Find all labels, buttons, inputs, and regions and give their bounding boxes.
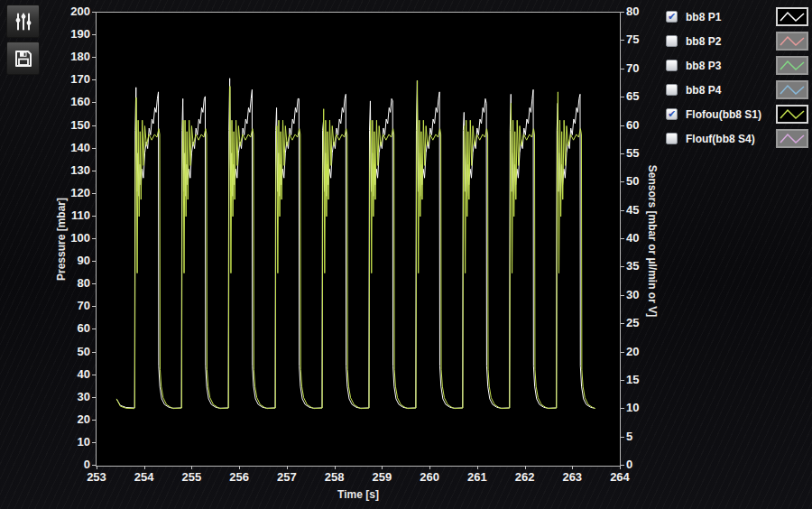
- left-axis-tick-label: 40: [49, 367, 90, 382]
- left-axis-tick-mark: [92, 34, 96, 35]
- checkbox-checked[interactable]: ✔: [666, 11, 678, 23]
- left-axis-tick-label: 60: [49, 321, 90, 336]
- left-axis-tick-label: 70: [49, 299, 90, 313]
- left-axis-tick-label: 160: [49, 95, 90, 109]
- legend-line-glyph: [780, 61, 804, 69]
- right-axis-tick-mark: [621, 238, 624, 239]
- legend-line-preview[interactable]: [776, 80, 808, 99]
- checkbox-unchecked[interactable]: [666, 60, 678, 71]
- save-button[interactable]: [6, 42, 40, 75]
- left-axis-tick-mark: [92, 442, 96, 443]
- right-axis-tick-mark: [621, 380, 624, 381]
- right-axis-tick-mark: [621, 323, 624, 324]
- legend-item[interactable]: ✔bb8 P1: [664, 5, 809, 29]
- legend-label: bb8 P2: [686, 35, 776, 48]
- right-axis-tick-mark: [621, 125, 624, 126]
- x-axis-tick-label: 260: [410, 470, 449, 485]
- legend-item[interactable]: bb8 P2: [664, 29, 809, 53]
- left-axis-tick-label: 200: [49, 5, 90, 19]
- right-axis-tick-label: 75: [626, 32, 657, 47]
- right-axis-tick-mark: [621, 437, 624, 438]
- left-axis-tick-label: 120: [49, 186, 90, 200]
- x-axis-tick-mark: [239, 466, 240, 469]
- left-axis-tick-label: 110: [49, 208, 90, 223]
- right-axis-tick-label: 70: [626, 61, 657, 76]
- plot-area[interactable]: [96, 12, 621, 467]
- left-axis-tick-mark: [92, 397, 96, 398]
- left-axis-tick-label: 20: [49, 412, 90, 427]
- left-axis-tick-mark: [92, 102, 96, 103]
- x-axis-tick-label: 262: [505, 470, 545, 485]
- left-axis-tick-mark: [92, 420, 96, 421]
- legend-line-preview[interactable]: [776, 32, 808, 51]
- x-axis-tick-mark: [525, 466, 526, 469]
- legend-label: Flofou(bb8 S1): [686, 108, 776, 121]
- checkbox-unchecked[interactable]: [666, 133, 678, 144]
- app-window: Pressure [mbar] Sensors [mbar or µl/min …: [0, 0, 812, 509]
- right-axis-tick-mark: [621, 266, 624, 267]
- x-axis-tick-label: 255: [171, 470, 211, 485]
- left-axis-tick-mark: [92, 238, 96, 239]
- x-axis-tick-label: 258: [315, 470, 355, 485]
- x-axis-title: Time [s]: [337, 488, 379, 501]
- left-axis-tick-label: 80: [49, 276, 90, 291]
- x-axis-tick-label: 259: [362, 470, 401, 485]
- legend-label: bb8 P3: [686, 60, 776, 72]
- right-axis-tick-mark: [621, 295, 624, 296]
- x-axis-tick-mark: [97, 466, 97, 469]
- left-axis-tick-label: 150: [49, 118, 90, 133]
- left-axis-tick-mark: [92, 12, 96, 13]
- x-axis-tick-label: 261: [457, 470, 497, 485]
- left-axis-tick-label: 170: [49, 72, 90, 87]
- legend-label: bb8 P4: [686, 84, 776, 97]
- right-axis-tick-mark: [621, 12, 624, 13]
- x-axis-tick-label: 264: [600, 470, 640, 485]
- left-axis-tick-label: 50: [49, 345, 90, 359]
- left-axis-tick-label: 90: [49, 254, 90, 268]
- left-axis-tick-mark: [92, 148, 96, 149]
- legend-item[interactable]: Flouf(bb8 S4): [664, 126, 809, 151]
- checkbox-unchecked[interactable]: [666, 35, 678, 47]
- right-axis-tick-mark: [621, 40, 624, 41]
- settings-button[interactable]: [6, 5, 40, 38]
- right-axis-tick-mark: [621, 97, 624, 97]
- left-axis-tick-mark: [92, 352, 96, 353]
- left-axis-tick-mark: [92, 465, 96, 466]
- checkbox-checked[interactable]: ✔: [666, 108, 678, 120]
- legend-line-glyph: [780, 37, 804, 45]
- left-axis-tick-mark: [92, 329, 96, 329]
- left-axis-tick-mark: [92, 375, 96, 375]
- x-axis-tick-mark: [477, 466, 478, 469]
- x-axis-tick-label: 257: [267, 470, 307, 485]
- legend-item[interactable]: ✔Flofou(bb8 S1): [664, 102, 809, 126]
- right-axis-tick-mark: [621, 153, 624, 154]
- checkbox-unchecked[interactable]: [666, 84, 678, 96]
- legend-item[interactable]: bb8 P4: [664, 78, 809, 102]
- x-axis-tick-mark: [382, 466, 383, 469]
- legend-line-preview[interactable]: [776, 56, 808, 75]
- left-axis-tick-mark: [92, 171, 96, 171]
- right-axis-tick-label: 20: [626, 345, 657, 359]
- left-axis-tick-label: 10: [49, 435, 90, 449]
- right-axis-tick-mark: [621, 181, 624, 182]
- right-axis-tick-label: 65: [626, 89, 657, 104]
- x-axis-tick-label: 256: [219, 470, 259, 485]
- right-axis-tick-mark: [621, 408, 624, 409]
- x-axis-tick-mark: [144, 466, 145, 469]
- save-icon: [13, 48, 34, 69]
- left-axis-tick-mark: [92, 79, 96, 80]
- x-axis-tick-mark: [191, 466, 192, 469]
- right-axis-tick-label: 80: [626, 5, 657, 19]
- legend-line-preview[interactable]: [776, 129, 808, 148]
- left-axis-tick-mark: [92, 125, 96, 126]
- legend: ✔bb8 P1bb8 P2bb8 P3bb8 P4✔Flofou(bb8 S1)…: [664, 5, 809, 151]
- right-axis-tick-mark: [621, 69, 624, 69]
- legend-item[interactable]: bb8 P3: [664, 53, 809, 78]
- right-axis-tick-label: 25: [626, 316, 657, 330]
- legend-line-preview[interactable]: [776, 105, 808, 124]
- x-axis-tick-label: 254: [125, 470, 164, 485]
- left-axis-tick-mark: [92, 283, 96, 284]
- x-axis-tick-mark: [620, 466, 621, 469]
- left-axis-tick-label: 180: [49, 50, 90, 64]
- legend-line-preview[interactable]: [776, 7, 808, 26]
